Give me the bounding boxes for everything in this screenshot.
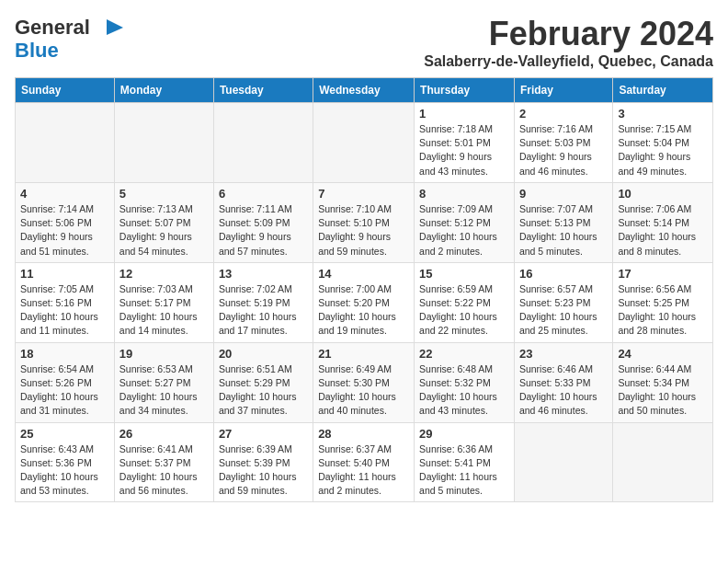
day-number: 18 — [20, 347, 109, 361]
day-detail: Sunrise: 6:41 AMSunset: 5:37 PMDaylight:… — [119, 442, 209, 499]
day-detail: Sunrise: 7:18 AMSunset: 5:01 PMDaylight:… — [419, 122, 509, 178]
day-detail: Sunrise: 7:14 AMSunset: 5:06 PMDaylight:… — [20, 202, 109, 259]
weekday-header-cell: Monday — [114, 78, 213, 103]
day-number: 1 — [419, 107, 509, 121]
day-number: 19 — [119, 347, 209, 361]
day-number: 12 — [119, 267, 209, 281]
calendar-day-cell: 1Sunrise: 7:18 AMSunset: 5:01 PMDaylight… — [415, 103, 515, 183]
day-number: 23 — [519, 347, 608, 361]
calendar-day-cell — [114, 103, 213, 183]
calendar-day-cell: 5Sunrise: 7:13 AMSunset: 5:07 PMDaylight… — [114, 182, 213, 262]
calendar-day-cell: 11Sunrise: 7:05 AMSunset: 5:16 PMDayligh… — [16, 262, 115, 342]
logo-line1: General — [15, 16, 90, 39]
calendar-day-cell: 16Sunrise: 6:57 AMSunset: 5:23 PMDayligh… — [514, 262, 612, 342]
day-detail: Sunrise: 6:37 AMSunset: 5:40 PMDaylight:… — [318, 442, 409, 499]
calendar-day-cell: 7Sunrise: 7:10 AMSunset: 5:10 PMDaylight… — [313, 182, 415, 262]
day-number: 21 — [318, 347, 409, 361]
logo-area: General Blue — [15, 15, 125, 63]
calendar-day-cell: 22Sunrise: 6:48 AMSunset: 5:32 PMDayligh… — [415, 342, 515, 422]
calendar-day-cell: 10Sunrise: 7:06 AMSunset: 5:14 PMDayligh… — [613, 182, 713, 262]
day-number: 8 — [419, 187, 509, 201]
calendar-day-cell: 29Sunrise: 6:36 AMSunset: 5:41 PMDayligh… — [415, 422, 515, 502]
day-number: 4 — [20, 187, 109, 201]
day-number: 15 — [419, 267, 509, 281]
weekday-header-cell: Tuesday — [213, 78, 313, 103]
calendar-day-cell — [16, 103, 115, 183]
subtitle: Salaberry-de-Valleyfield, Quebec, Canada — [424, 53, 713, 70]
day-number: 9 — [519, 187, 608, 201]
day-detail: Sunrise: 6:51 AMSunset: 5:29 PMDaylight:… — [219, 362, 308, 419]
day-detail: Sunrise: 6:43 AMSunset: 5:36 PMDaylight:… — [20, 442, 109, 499]
day-number: 7 — [318, 187, 409, 201]
day-detail: Sunrise: 6:49 AMSunset: 5:30 PMDaylight:… — [318, 362, 409, 419]
calendar-day-cell: 24Sunrise: 6:44 AMSunset: 5:34 PMDayligh… — [613, 342, 713, 422]
calendar-week-row: 18Sunrise: 6:54 AMSunset: 5:26 PMDayligh… — [16, 342, 713, 422]
day-number: 26 — [119, 427, 209, 441]
weekday-header-cell: Thursday — [415, 78, 515, 103]
day-number: 27 — [219, 427, 308, 441]
day-detail: Sunrise: 7:13 AMSunset: 5:07 PMDaylight:… — [119, 202, 209, 259]
day-detail: Sunrise: 6:53 AMSunset: 5:27 PMDaylight:… — [119, 362, 209, 419]
day-detail: Sunrise: 7:05 AMSunset: 5:16 PMDaylight:… — [20, 282, 109, 339]
day-detail: Sunrise: 7:02 AMSunset: 5:19 PMDaylight:… — [219, 282, 308, 339]
day-number: 11 — [20, 267, 109, 281]
calendar-table: SundayMondayTuesdayWednesdayThursdayFrid… — [15, 77, 713, 502]
main-title: February 2024 — [424, 15, 713, 53]
day-detail: Sunrise: 6:46 AMSunset: 5:33 PMDaylight:… — [519, 362, 608, 419]
day-number: 14 — [318, 267, 409, 281]
day-detail: Sunrise: 7:15 AMSunset: 5:04 PMDaylight:… — [618, 122, 708, 178]
day-number: 3 — [618, 107, 708, 121]
title-area: February 2024 Salaberry-de-Valleyfield, … — [424, 15, 713, 70]
day-number: 13 — [219, 267, 308, 281]
calendar-day-cell — [313, 103, 415, 183]
day-number: 5 — [119, 187, 209, 201]
calendar-week-row: 25Sunrise: 6:43 AMSunset: 5:36 PMDayligh… — [16, 422, 713, 502]
calendar-day-cell — [613, 422, 713, 502]
calendar-day-cell: 19Sunrise: 6:53 AMSunset: 5:27 PMDayligh… — [114, 342, 213, 422]
day-number: 24 — [618, 347, 708, 361]
day-detail: Sunrise: 7:03 AMSunset: 5:17 PMDaylight:… — [119, 282, 209, 339]
weekday-header-cell: Sunday — [16, 78, 115, 103]
calendar-day-cell: 26Sunrise: 6:41 AMSunset: 5:37 PMDayligh… — [114, 422, 213, 502]
day-detail: Sunrise: 6:56 AMSunset: 5:25 PMDaylight:… — [618, 282, 708, 339]
day-detail: Sunrise: 7:07 AMSunset: 5:13 PMDaylight:… — [519, 202, 608, 259]
calendar-week-row: 1Sunrise: 7:18 AMSunset: 5:01 PMDaylight… — [16, 103, 713, 183]
calendar-day-cell: 13Sunrise: 7:02 AMSunset: 5:19 PMDayligh… — [213, 262, 313, 342]
calendar-day-cell: 3Sunrise: 7:15 AMSunset: 5:04 PMDaylight… — [613, 103, 713, 183]
calendar-day-cell: 23Sunrise: 6:46 AMSunset: 5:33 PMDayligh… — [514, 342, 612, 422]
weekday-header-cell: Wednesday — [313, 78, 415, 103]
day-detail: Sunrise: 7:11 AMSunset: 5:09 PMDaylight:… — [219, 202, 308, 259]
day-detail: Sunrise: 6:54 AMSunset: 5:26 PMDaylight:… — [20, 362, 109, 419]
calendar-day-cell — [213, 103, 313, 183]
day-detail: Sunrise: 7:16 AMSunset: 5:03 PMDaylight:… — [519, 122, 608, 178]
calendar-day-cell — [514, 422, 612, 502]
day-number: 25 — [20, 427, 109, 441]
day-detail: Sunrise: 6:44 AMSunset: 5:34 PMDaylight:… — [618, 362, 708, 419]
day-number: 10 — [618, 187, 708, 201]
calendar-day-cell: 25Sunrise: 6:43 AMSunset: 5:36 PMDayligh… — [16, 422, 115, 502]
calendar-body: 1Sunrise: 7:18 AMSunset: 5:01 PMDaylight… — [16, 103, 713, 502]
day-detail: Sunrise: 6:39 AMSunset: 5:39 PMDaylight:… — [219, 442, 308, 499]
day-number: 28 — [318, 427, 409, 441]
calendar-day-cell: 14Sunrise: 7:00 AMSunset: 5:20 PMDayligh… — [313, 262, 415, 342]
calendar-week-row: 11Sunrise: 7:05 AMSunset: 5:16 PMDayligh… — [16, 262, 713, 342]
day-detail: Sunrise: 6:48 AMSunset: 5:32 PMDaylight:… — [419, 362, 509, 419]
day-detail: Sunrise: 7:09 AMSunset: 5:12 PMDaylight:… — [419, 202, 509, 259]
day-detail: Sunrise: 6:57 AMSunset: 5:23 PMDaylight:… — [519, 282, 608, 339]
calendar-day-cell: 12Sunrise: 7:03 AMSunset: 5:17 PMDayligh… — [114, 262, 213, 342]
day-number: 20 — [219, 347, 308, 361]
calendar-day-cell: 18Sunrise: 6:54 AMSunset: 5:26 PMDayligh… — [16, 342, 115, 422]
day-detail: Sunrise: 7:00 AMSunset: 5:20 PMDaylight:… — [318, 282, 409, 339]
day-number: 22 — [419, 347, 509, 361]
weekday-header-cell: Saturday — [613, 78, 713, 103]
calendar-day-cell: 28Sunrise: 6:37 AMSunset: 5:40 PMDayligh… — [313, 422, 415, 502]
day-detail: Sunrise: 7:10 AMSunset: 5:10 PMDaylight:… — [318, 202, 409, 259]
weekday-header-cell: Friday — [514, 78, 612, 103]
day-number: 29 — [419, 427, 509, 441]
calendar-day-cell: 27Sunrise: 6:39 AMSunset: 5:39 PMDayligh… — [213, 422, 313, 502]
calendar-week-row: 4Sunrise: 7:14 AMSunset: 5:06 PMDaylight… — [16, 182, 713, 262]
day-number: 16 — [519, 267, 608, 281]
day-detail: Sunrise: 6:59 AMSunset: 5:22 PMDaylight:… — [419, 282, 509, 339]
calendar-day-cell: 17Sunrise: 6:56 AMSunset: 5:25 PMDayligh… — [613, 262, 713, 342]
calendar-day-cell: 4Sunrise: 7:14 AMSunset: 5:06 PMDaylight… — [16, 182, 115, 262]
